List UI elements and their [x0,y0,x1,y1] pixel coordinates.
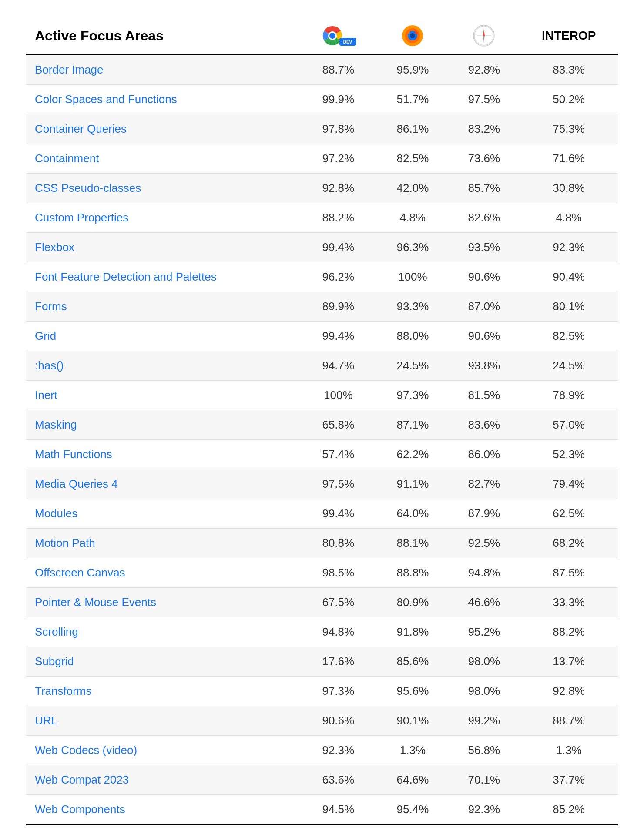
row-chrome-value: 67.5% [299,588,377,617]
row-firefox-value: 51.7% [377,85,449,114]
row-safari-value: 99.2% [448,706,520,736]
row-interop-value: 90.4% [520,262,618,292]
row-interop-value: 1.3% [520,736,618,765]
row-feature-name[interactable]: :has() [26,351,299,381]
row-feature-name[interactable]: Flexbox [26,233,299,262]
row-feature-name[interactable]: URL [26,706,299,736]
row-firefox-value: 96.3% [377,233,449,262]
row-interop-value: 85.2% [520,795,618,825]
row-chrome-value: 88.7% [299,55,377,85]
row-interop-value: 57.0% [520,410,618,440]
row-chrome-value: 94.7% [299,351,377,381]
table-row: Math Functions57.4%62.2%86.0%52.3% [26,440,618,469]
row-interop-value: 88.2% [520,617,618,647]
row-firefox-value: 90.1% [377,706,449,736]
row-firefox-value: 88.0% [377,322,449,351]
row-feature-name[interactable]: Inert [26,381,299,410]
row-chrome-value: 17.6% [299,647,377,677]
table-row: Scrolling94.8%91.8%95.2%88.2% [26,617,618,647]
row-chrome-value: 90.6% [299,706,377,736]
row-firefox-value: 4.8% [377,203,449,233]
row-chrome-value: 99.4% [299,322,377,351]
row-feature-name[interactable]: Containment [26,144,299,174]
row-interop-value: 78.9% [520,381,618,410]
row-interop-value: 71.6% [520,144,618,174]
row-interop-value: 30.8% [520,174,618,203]
interop-table: Active Focus Areas [26,17,618,831]
row-feature-name[interactable]: Web Components [26,795,299,825]
row-feature-name[interactable]: CSS Pseudo-classes [26,174,299,203]
row-feature-name[interactable]: Transforms [26,677,299,706]
row-firefox-value: 88.1% [377,529,449,558]
table-row: Media Queries 497.5%91.1%82.7%79.4% [26,469,618,499]
row-feature-name[interactable]: Web Compat 2023 [26,765,299,795]
row-interop-value: 88.7% [520,706,618,736]
row-feature-name[interactable]: Motion Path [26,529,299,558]
firefox-icon-container [386,24,440,47]
table-row: Flexbox99.4%96.3%93.5%92.3% [26,233,618,262]
row-feature-name[interactable]: Modules [26,499,299,529]
row-safari-value: 92.8% [448,55,520,85]
table-row: Offscreen Canvas98.5%88.8%94.8%87.5% [26,558,618,588]
firefox-icon [401,24,424,47]
row-firefox-value: 86.1% [377,114,449,144]
row-feature-name[interactable]: Border Image [26,55,299,85]
row-safari-value: 86.0% [448,440,520,469]
table-row: Border Image88.7%95.9%92.8%83.3% [26,55,618,85]
chrome-icon-container: DEV [308,25,368,47]
row-firefox-value: 100% [377,262,449,292]
row-feature-name[interactable]: Grid [26,322,299,351]
row-chrome-value: 92.8% [299,174,377,203]
row-feature-name[interactable]: Masking [26,410,299,440]
row-interop-value: 80.1% [520,292,618,322]
row-chrome-value: 97.2% [299,144,377,174]
row-feature-name[interactable]: Web Codecs (video) [26,736,299,765]
row-chrome-value: 92.3% [299,736,377,765]
row-feature-name[interactable]: Pointer & Mouse Events [26,588,299,617]
row-safari-value: 81.5% [448,381,520,410]
row-firefox-value: 95.9% [377,55,449,85]
chrome-dev-icon: DEV [319,25,358,47]
table-row: Grid99.4%88.0%90.6%82.5% [26,322,618,351]
row-chrome-value: 99.4% [299,499,377,529]
row-interop-value: 79.4% [520,469,618,499]
row-firefox-value: 42.0% [377,174,449,203]
row-interop-value: 83.3% [520,55,618,85]
row-feature-name[interactable]: Font Feature Detection and Palettes [26,262,299,292]
table-row: Transforms97.3%95.6%98.0%92.8% [26,677,618,706]
row-feature-name[interactable]: Media Queries 4 [26,469,299,499]
row-firefox-value: 95.4% [377,795,449,825]
row-chrome-value: 88.2% [299,203,377,233]
row-interop-value: 82.5% [520,322,618,351]
row-feature-name[interactable]: Custom Properties [26,203,299,233]
row-firefox-value: 97.3% [377,381,449,410]
row-safari-value: 92.5% [448,529,520,558]
table-row: :has()94.7%24.5%93.8%24.5% [26,351,618,381]
row-interop-value: 92.8% [520,677,618,706]
row-interop-value: 92.3% [520,233,618,262]
row-feature-name[interactable]: Scrolling [26,617,299,647]
row-feature-name[interactable]: Forms [26,292,299,322]
table-row: Color Spaces and Functions99.9%51.7%97.5… [26,85,618,114]
table-row: Forms89.9%93.3%87.0%80.1% [26,292,618,322]
row-feature-name[interactable]: Container Queries [26,114,299,144]
row-feature-name[interactable]: Math Functions [26,440,299,469]
row-feature-name[interactable]: Color Spaces and Functions [26,85,299,114]
row-chrome-value: 94.8% [299,617,377,647]
row-chrome-value: 100% [299,381,377,410]
row-firefox-value: 91.8% [377,617,449,647]
total-interop: 62.0% [520,825,618,831]
row-feature-name[interactable]: Subgrid [26,647,299,677]
total-firefox: 75.0% [377,825,449,831]
svg-point-2 [329,33,335,39]
row-safari-value: 82.6% [448,203,520,233]
row-firefox-value: 62.2% [377,440,449,469]
row-chrome-value: 97.3% [299,677,377,706]
row-feature-name[interactable]: Offscreen Canvas [26,558,299,588]
table-row: Web Components94.5%95.4%92.3%85.2% [26,795,618,825]
table-row: Web Compat 202363.6%64.6%70.1%37.7% [26,765,618,795]
row-chrome-value: 63.6% [299,765,377,795]
row-firefox-value: 64.0% [377,499,449,529]
row-safari-value: 85.7% [448,174,520,203]
row-interop-value: 62.5% [520,499,618,529]
